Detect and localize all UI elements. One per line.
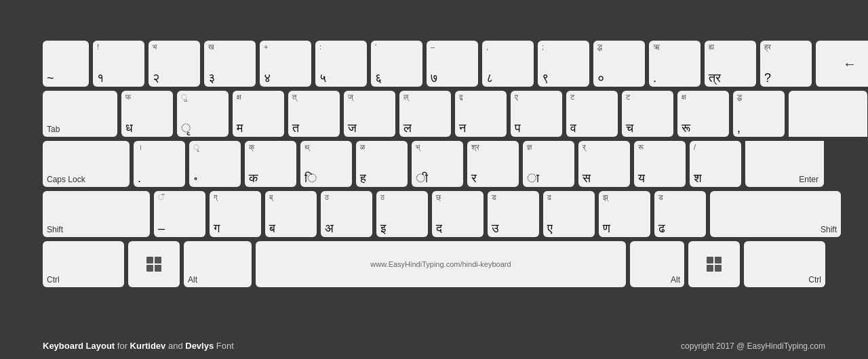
- key-n[interactable]: छ् द: [432, 191, 484, 237]
- key-d[interactable]: क् क: [245, 141, 296, 187]
- key-period[interactable]: झ् ण: [599, 191, 650, 237]
- key-l[interactable]: र् स: [578, 141, 630, 187]
- key-j[interactable]: श्र र: [467, 141, 519, 187]
- win-left-key[interactable]: [128, 241, 180, 287]
- key-c[interactable]: ब् ब: [265, 191, 317, 237]
- keyboard: ~ ! १ भ २ ख ३ + ४ : ५ ' ६ – ७: [43, 41, 825, 291]
- key-a[interactable]: । .: [134, 141, 185, 187]
- key-5[interactable]: : ५: [315, 41, 367, 87]
- capslock-key[interactable]: Caps Lock: [43, 141, 130, 187]
- key-row-3: Caps Lock । . ृ ॰ क् क थ् ि ळ ह भ् ी श्र…: [43, 141, 825, 187]
- key-u[interactable]: द्व न: [455, 91, 507, 137]
- alt-left-key[interactable]: Alt: [184, 241, 252, 287]
- key-8[interactable]: , ८: [482, 41, 534, 87]
- key-p[interactable]: ट च: [622, 91, 673, 137]
- alt-right-key[interactable]: Alt: [630, 241, 684, 287]
- windows-icon-right: [707, 257, 722, 272]
- key-tilde[interactable]: ~: [43, 41, 89, 87]
- key-g[interactable]: ळ ह: [356, 141, 408, 187]
- key-4[interactable]: + ४: [260, 41, 311, 87]
- win-right-key[interactable]: [688, 241, 740, 287]
- ctrl-right-key[interactable]: Ctrl: [744, 241, 825, 287]
- key-2[interactable]: भ २: [149, 41, 200, 87]
- windows-icon: [146, 257, 161, 272]
- key-o[interactable]: ट व: [566, 91, 618, 137]
- key-k[interactable]: ज्ञ ा: [523, 141, 574, 187]
- key-semicolon[interactable]: रू य: [634, 141, 686, 187]
- key-quote[interactable]: / श: [690, 141, 741, 187]
- key-r[interactable]: त् त: [288, 91, 340, 137]
- key-y[interactable]: ल् ल: [399, 91, 451, 137]
- key-equals[interactable]: ह्य त्र: [705, 41, 756, 87]
- key-row-2: Tab फ ध ु ृ क्ष म त् त ज् ज ल् ल द्व न: [43, 91, 825, 137]
- key-comma[interactable]: ढ ए: [543, 191, 595, 237]
- footer-right-text: copyright 2017 @ EasyHindiTyping.com: [681, 341, 825, 351]
- key-lbracket[interactable]: क्ष रू: [677, 91, 729, 137]
- enter-key-bottom[interactable]: Enter: [745, 141, 824, 187]
- key-bracket[interactable]: ह्र ?: [760, 41, 812, 87]
- key-q[interactable]: फ ध: [121, 91, 173, 137]
- key-7[interactable]: – ७: [427, 41, 478, 87]
- key-row-1: ~ ! १ भ २ ख ३ + ४ : ५ ' ६ – ७: [43, 41, 825, 87]
- key-rbracket[interactable]: द्ध ,: [733, 91, 785, 137]
- enter-key-top[interactable]: [789, 91, 867, 137]
- key-w[interactable]: ु ृ: [177, 91, 229, 137]
- key-3[interactable]: ख ३: [204, 41, 256, 87]
- footer: Keyboard Layout for Kurtidev and Devlys …: [43, 341, 825, 351]
- key-i[interactable]: ए प: [511, 91, 562, 137]
- key-6[interactable]: ' ६: [371, 41, 422, 87]
- key-h[interactable]: भ् ी: [412, 141, 463, 187]
- backspace-key[interactable]: ←: [816, 41, 868, 87]
- shift-right-key[interactable]: Shift: [710, 191, 841, 237]
- key-v[interactable]: ठ अ: [321, 191, 372, 237]
- key-0[interactable]: द्ध ०: [593, 41, 645, 87]
- shift-left-key[interactable]: Shift: [43, 191, 150, 237]
- key-slash[interactable]: ड ढ: [654, 191, 706, 237]
- key-row-4: Shift ॅ – ग् ग ब् ब ठ अ ठ इ छ् द ड उ: [43, 191, 825, 237]
- key-b[interactable]: ठ इ: [376, 191, 428, 237]
- key-s[interactable]: ृ ॰: [189, 141, 241, 187]
- key-9[interactable]: ; ९: [538, 41, 589, 87]
- space-key[interactable]: www.EasyHindiTyping.com/hindi-keyboard: [256, 241, 626, 287]
- key-minus[interactable]: ऋ .: [649, 41, 701, 87]
- ctrl-left-key[interactable]: Ctrl: [43, 241, 124, 287]
- key-x[interactable]: ग् ग: [210, 191, 261, 237]
- key-m[interactable]: ड उ: [488, 191, 539, 237]
- key-t[interactable]: ज् ज: [344, 91, 395, 137]
- key-f[interactable]: थ् ि: [300, 141, 352, 187]
- key-row-5: Ctrl Alt www.EasyHindiTyping.com/hindi-k…: [43, 241, 825, 287]
- tab-key[interactable]: Tab: [43, 91, 117, 137]
- key-z[interactable]: ॅ –: [154, 191, 205, 237]
- key-e[interactable]: क्ष म: [233, 91, 284, 137]
- key-1[interactable]: ! १: [93, 41, 144, 87]
- footer-left-text: Keyboard Layout for Kurtidev and Devlys …: [43, 341, 234, 351]
